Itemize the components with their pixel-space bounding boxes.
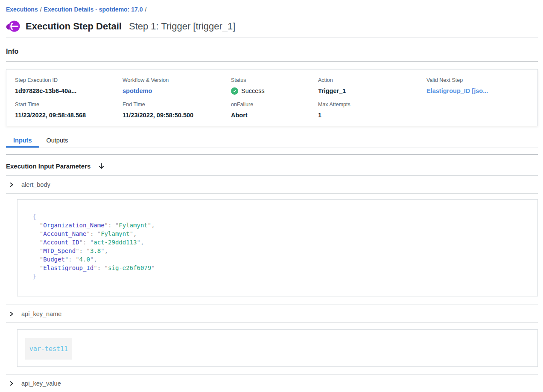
field-value: 1d97828c-13b6-40a... [15,87,123,95]
field-label: onFailure [231,101,318,108]
execution-input-parameters-header: Execution Input Parameters [6,161,538,171]
breadcrumb: Executions/Execution Details - spotdemo:… [6,0,538,13]
api-key-name-value-box: var-test11 [17,329,538,367]
field-empty [426,101,529,119]
section-name: api_key_value [21,380,61,387]
field-workflow-version: Workflow & Version spotdemo [123,77,231,95]
field-label: Status [231,77,318,84]
divider [6,61,538,62]
field-value: 11/23/2022, 09:58:50.500 [123,111,231,119]
section-name: alert_body [21,181,50,188]
workflow-link[interactable]: spotdemo [123,87,231,95]
json-code: { "Organization_Name": "Fylamynt", "Acco… [32,212,537,281]
tab-outputs[interactable]: Outputs [39,135,76,148]
status-text: Success [241,87,265,95]
divider [6,154,538,155]
section-row-api-key-value[interactable]: api_key_value [6,375,538,392]
fylamynt-logo-icon [6,20,20,33]
breadcrumb-link-execution-details[interactable]: Execution Details - spotdemo: 17.0 [44,6,143,13]
page-subtitle: Step 1: Trigger [trigger_1] [129,21,235,32]
field-on-failure: onFailure Abort [231,101,318,119]
field-valid-next-step: Valid Next Step Elastigroup_ID [jso... [426,77,529,95]
field-label: Valid Next Step [426,77,529,84]
field-label: Action [318,77,426,84]
breadcrumb-separator: / [38,6,44,13]
section-row-api-key-name[interactable]: api_key_name [6,305,538,323]
execution-input-parameters-label: Execution Input Parameters [6,163,90,170]
field-end-time: End Time 11/23/2022, 09:58:50.500 [123,101,231,119]
tab-inputs[interactable]: Inputs [6,135,39,148]
field-value: Abort [231,111,318,119]
field-start-time: Start Time 11/23/2022, 09:58:48.568 [15,101,123,119]
section-row-alert-body[interactable]: alert_body [6,176,538,194]
page-header: Execution Step Detail Step 1: Trigger [t… [6,20,538,33]
chevron-right-icon[interactable] [9,380,14,386]
field-value: 11/23/2022, 09:58:48.568 [15,111,123,119]
status-badge: Success [231,87,318,95]
field-max-attempts: Max Attempts 1 [318,101,426,119]
field-action: Action Trigger_1 [318,77,426,95]
execution-step-detail-page: Executions/Execution Details - spotdemo:… [0,0,543,392]
field-label: Start Time [15,101,123,108]
download-arrow-icon[interactable] [98,162,105,170]
chevron-right-icon[interactable] [9,182,14,188]
field-label: Step Execution ID [15,77,123,84]
field-status: Status Success [231,77,318,95]
field-step-execution-id: Step Execution ID 1d97828c-13b6-40a... [15,77,123,95]
success-check-icon [231,87,238,95]
info-card: Step Execution ID 1d97828c-13b6-40a... W… [6,69,538,126]
field-value: 1 [318,111,426,119]
breadcrumb-separator: / [143,6,149,13]
page-title: Execution Step Detail [26,21,122,32]
info-section-label: Info [6,47,538,56]
chevron-right-icon[interactable] [9,311,14,317]
field-value: Trigger_1 [318,87,426,95]
section-name: api_key_name [21,311,61,317]
field-label: End Time [123,101,231,108]
valid-next-step-link[interactable]: Elastigroup_ID [jso... [426,87,529,95]
field-label: Workflow & Version [123,77,231,84]
divider [6,38,538,38]
api-key-name-value: var-test11 [25,338,72,360]
breadcrumb-link-executions[interactable]: Executions [6,6,38,13]
field-label: Max Attempts [318,101,426,108]
alert-body-json-box: { "Organization_Name": "Fylamynt", "Acco… [17,199,538,296]
inputs-outputs-tabs: Inputs Outputs [6,135,538,148]
